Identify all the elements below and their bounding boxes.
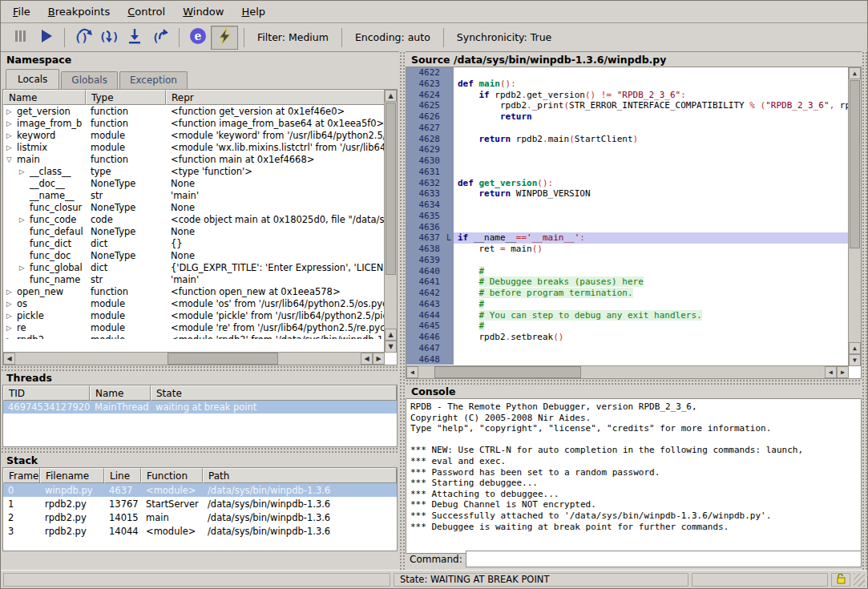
source-line[interactable]: 4636 xyxy=(406,222,849,233)
scroll-down-button[interactable]: ▼ xyxy=(385,341,397,353)
menu-item-file[interactable]: File xyxy=(4,2,39,21)
source-line[interactable]: 4645 # xyxy=(406,321,849,332)
step-into-button[interactable]: ( ) xyxy=(96,26,122,49)
source-line[interactable]: 4640 # xyxy=(406,266,849,277)
table-row[interactable]: ▷remodule<module 're' from '/usr/lib64/p… xyxy=(3,321,385,333)
source-line[interactable]: 4631 xyxy=(406,167,849,178)
horizontal-scrollbar[interactable]: ◀ ◀ ▶ xyxy=(3,352,385,365)
column-header-line[interactable]: Line xyxy=(104,468,141,483)
line-number[interactable]: 4647 xyxy=(406,343,444,354)
source-line[interactable]: 4632def get_version(): xyxy=(406,178,849,189)
source-line[interactable]: 4633 return WINPDB_VERSION xyxy=(406,188,849,200)
table-row[interactable]: ▷image_from_bfunction<function image_fro… xyxy=(3,117,385,129)
line-number[interactable]: 4629 xyxy=(406,144,444,155)
expand-icon[interactable]: ▷ xyxy=(19,264,30,272)
resize-grip[interactable] xyxy=(854,573,865,587)
scroll-up-button[interactable]: ▲ xyxy=(385,329,397,341)
scroll-up-button[interactable]: ▲ xyxy=(849,342,861,354)
scroll-right-button[interactable]: ▶ xyxy=(373,353,385,365)
scroll-up-button[interactable]: ▲ xyxy=(385,90,397,102)
line-number[interactable]: 4641 xyxy=(406,276,444,288)
goto-button[interactable]: ( xyxy=(147,26,173,49)
scroll-thumb[interactable] xyxy=(386,103,396,275)
column-header-name[interactable]: Name xyxy=(3,90,86,105)
menu-item-help[interactable]: Help xyxy=(232,2,274,21)
table-row[interactable]: func_closurNoneTypeNone xyxy=(3,201,385,213)
line-number[interactable]: 4646 xyxy=(406,332,444,343)
expand-icon[interactable]: ▷ xyxy=(6,288,17,296)
column-header-name[interactable]: Name xyxy=(90,385,151,401)
table-row[interactable]: __doc__NoneTypeNone xyxy=(3,177,385,189)
line-number[interactable]: 4638 xyxy=(406,244,444,255)
tab-globals[interactable]: Globals xyxy=(61,71,118,89)
expand-icon[interactable]: ▷ xyxy=(6,336,17,340)
table-row[interactable]: ▷func_globaldict{'DLG_EXPR_TITLE': 'Ente… xyxy=(3,261,385,273)
column-header-frame[interactable]: Frame xyxy=(3,468,40,483)
expand-icon[interactable]: ▷ xyxy=(6,131,17,139)
source-line[interactable]: 4634 xyxy=(406,200,849,211)
source-line[interactable]: 4630 xyxy=(406,155,849,167)
table-row[interactable]: ▷osmodule<module 'os' from '/usr/lib64/p… xyxy=(3,297,385,309)
line-number[interactable]: 4634 xyxy=(406,200,444,211)
column-header-filename[interactable]: Filename xyxy=(40,468,104,483)
splitter-sash[interactable] xyxy=(399,51,406,570)
table-row[interactable]: __name__str'main' xyxy=(3,189,385,201)
tab-locals[interactable]: Locals xyxy=(6,69,59,89)
table-row[interactable]: 0winpdb.py4637<module>/data/sys/bin/winp… xyxy=(3,483,397,497)
encoding-indicator[interactable]: Encoding: auto xyxy=(348,31,438,43)
expand-icon[interactable]: ▷ xyxy=(6,107,17,115)
synchronicity-indicator[interactable]: Synchronicity: True xyxy=(450,31,559,43)
splitter-sash[interactable] xyxy=(1,447,399,454)
expand-icon[interactable]: ▷ xyxy=(6,312,17,320)
table-row[interactable]: func_dictdict{} xyxy=(3,237,385,249)
line-number[interactable]: 4630 xyxy=(406,155,444,167)
expand-icon[interactable]: ▷ xyxy=(19,167,30,175)
line-number[interactable]: 4632 xyxy=(406,178,444,189)
scroll-thumb[interactable] xyxy=(434,366,581,378)
step-over-button[interactable]: () xyxy=(71,26,96,49)
line-number[interactable]: 4644 xyxy=(406,310,444,321)
source-line[interactable]: 4638 ret = main() xyxy=(406,244,849,255)
line-number[interactable]: 4645 xyxy=(406,321,444,332)
current-line[interactable]: 4637Lif __name__=='__main__': xyxy=(406,232,849,244)
line-number[interactable]: 4631 xyxy=(406,167,444,178)
source-line[interactable]: 4622 xyxy=(406,67,849,79)
line-number[interactable]: 4622 xyxy=(406,67,444,79)
source-line[interactable]: 4644 # You can step to debug any exit ha… xyxy=(406,310,849,321)
table-row[interactable]: ▷picklemodule<module 'pickle' from '/usr… xyxy=(3,309,385,321)
line-number[interactable]: 4625 xyxy=(406,100,444,111)
scroll-thumb[interactable] xyxy=(168,353,278,365)
line-number[interactable]: 4639 xyxy=(406,255,444,266)
source-line[interactable]: 4629 xyxy=(406,144,849,155)
source-line[interactable]: 4625 rpdb2._print(STR_ERROR_INTERFACE_CO… xyxy=(406,100,849,111)
column-header-repr[interactable]: Repr xyxy=(166,90,397,105)
scroll-right-button[interactable]: ▶ xyxy=(837,366,849,378)
line-number[interactable]: 4627 xyxy=(406,123,444,134)
source-line[interactable]: 4623def main(): xyxy=(406,79,849,90)
source-line[interactable]: 4624 if rpdb2.get_version() != "RPDB_2_3… xyxy=(406,90,849,101)
column-header-tid[interactable]: TID xyxy=(3,385,90,401)
line-number[interactable]: 4628 xyxy=(406,134,444,145)
scroll-left-button[interactable]: ◀ xyxy=(825,366,837,378)
source-line[interactable]: 4646 rpdb2.setbreak() xyxy=(406,332,849,343)
scroll-thumb[interactable] xyxy=(850,80,860,248)
table-row[interactable]: ▷rpdb2module<module 'rpdb2' from '/data/… xyxy=(3,333,385,339)
line-number[interactable]: 4624 xyxy=(406,90,444,101)
line-number[interactable]: 4635 xyxy=(406,211,444,222)
table-row[interactable]: 46974534127920MainThreadwaiting at break… xyxy=(3,401,397,414)
table-row[interactable]: ▷open_newfunction<function open_new at 0… xyxy=(3,285,385,297)
table-row[interactable]: 1rpdb2.py13767StartServer/data/sys/bin/w… xyxy=(3,497,397,510)
line-number[interactable]: 4643 xyxy=(406,299,444,310)
expand-icon[interactable]: ▷ xyxy=(6,143,17,151)
collapse-icon[interactable]: ▽ xyxy=(6,155,17,163)
table-row[interactable]: func_defaulNoneTypeNone xyxy=(3,225,385,237)
source-line[interactable]: 4635 xyxy=(406,211,849,222)
source-line[interactable]: 4639 xyxy=(406,255,849,266)
column-header-function[interactable]: Function xyxy=(141,468,203,483)
source-line[interactable]: 4643 # xyxy=(406,299,849,310)
scroll-left-button[interactable]: ◀ xyxy=(361,353,373,365)
menu-item-window[interactable]: Window xyxy=(174,2,232,21)
table-row[interactable]: ▽mainfunction<function main at 0x1ef4668… xyxy=(3,153,385,165)
source-line[interactable]: 4626 return xyxy=(406,111,849,123)
source-line[interactable]: 4628 return rpdb2.main(StartClient) xyxy=(406,134,849,145)
